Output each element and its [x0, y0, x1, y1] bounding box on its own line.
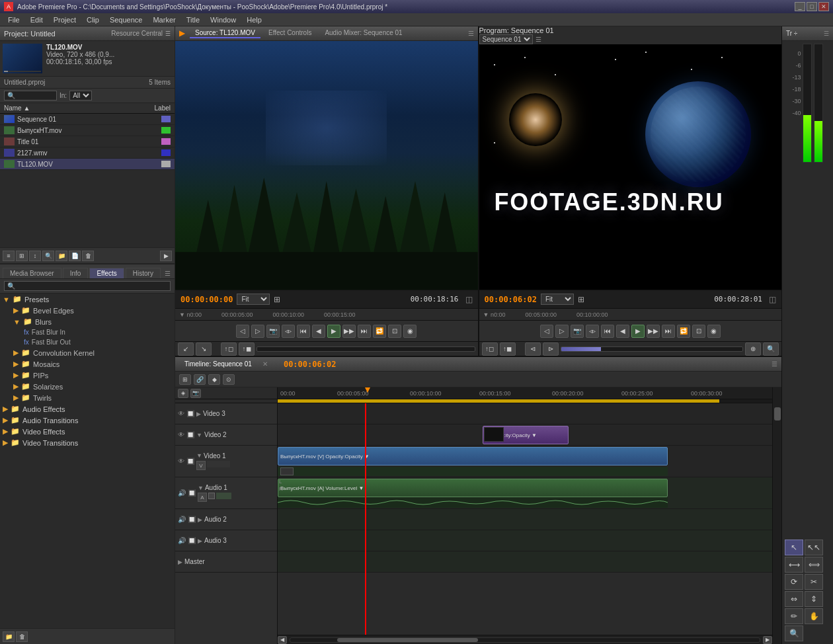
a1-sync[interactable]: A [198, 493, 207, 502]
tool-track-select[interactable]: ↖↖ [805, 540, 823, 555]
a1-expand[interactable]: ▼ [198, 485, 204, 491]
v2-expand[interactable]: ▼ [196, 432, 202, 438]
menu-title[interactable]: Title [181, 15, 205, 25]
btn-overwrite[interactable]: ↘ [196, 342, 212, 356]
tb-play[interactable]: ▶ [160, 251, 172, 261]
tool-ripple[interactable]: ⟷ [785, 557, 803, 573]
a3-lock[interactable]: 🔲 [188, 537, 196, 544]
tab-audio-mixer[interactable]: Audio Mixer: Sequence 01 [319, 28, 407, 38]
track-master-content[interactable] [278, 551, 772, 573]
btn-extract-clip[interactable]: ↑◼ [239, 342, 255, 356]
menu-edit[interactable]: Edit [25, 15, 48, 25]
btn-next-frame[interactable]: ▶▶ [342, 325, 356, 338]
tool-razor[interactable]: ✂ [805, 574, 823, 590]
prog-btn-lift[interactable]: ↑◻ [482, 342, 498, 356]
tool-select[interactable]: ↖ [785, 540, 803, 555]
minimize-btn[interactable]: _ [795, 2, 805, 11]
folder-video-transitions[interactable]: ▶ 📁 Video Transitions [0, 437, 175, 448]
close-btn[interactable]: ✕ [818, 2, 829, 11]
tb-search[interactable]: 🔍 [42, 251, 54, 261]
scroll-left-btn[interactable]: ◀ [278, 636, 287, 644]
btn-play[interactable]: ▶ [327, 325, 340, 338]
item-fast-blur-in[interactable]: fx Fast Blur In [0, 327, 175, 337]
btn-output[interactable]: ◉ [403, 325, 416, 338]
col-label-header[interactable]: Label [138, 104, 171, 112]
master-expand[interactable]: ▶ [178, 559, 182, 565]
source-progress-container[interactable] [257, 346, 475, 352]
resource-central-link[interactable]: Resource Central [111, 30, 163, 37]
in-select[interactable]: All [69, 91, 92, 101]
vscroll-thumb[interactable] [774, 407, 781, 421]
v1-expand[interactable]: ▼ [196, 452, 202, 460]
track-video1-content[interactable]: ВыпускHT.mov [V] Opacity:Opacity ▼ [278, 446, 772, 477]
tool-hand[interactable]: ✋ [805, 608, 823, 624]
program-safe-icon[interactable]: ⊞ [578, 295, 584, 304]
prog-btn-extract[interactable]: ↑◼ [500, 342, 516, 356]
tb-icon-view[interactable]: ⊞ [16, 251, 28, 261]
program-menu-btn[interactable]: ☰ [536, 36, 541, 43]
tool-slide[interactable]: ⇕ [805, 591, 823, 607]
btn-extract[interactable]: ◃▹ [282, 325, 295, 338]
tool-slip[interactable]: ⇔ [785, 591, 803, 607]
v3-lock[interactable]: 🔲 [186, 410, 194, 417]
tb-new-bin[interactable]: 📁 [56, 251, 67, 261]
prog-btn-output[interactable]: ◉ [707, 325, 721, 338]
prog-btn-next[interactable]: ▶▶ [647, 325, 660, 338]
tool-rate-stretch[interactable]: ⟳ [785, 574, 803, 590]
list-item[interactable]: ВыпускHT.mov [0, 125, 175, 136]
tab-source[interactable]: Source: TL120.MOV [190, 28, 260, 38]
project-search-input[interactable] [4, 91, 57, 101]
list-item[interactable]: Title 01 [0, 136, 175, 147]
v1-lock[interactable]: 🔲 [186, 458, 194, 465]
menu-sequence[interactable]: Sequence [104, 15, 148, 25]
btn-loop[interactable]: 🔁 [373, 325, 386, 338]
btn-mark-in[interactable]: ◁ [236, 325, 249, 338]
effects-search-input[interactable] [4, 281, 171, 291]
timeline-hscrollbar[interactable]: ◀ ▶ [278, 635, 772, 644]
v2-eye[interactable]: 👁 [178, 431, 184, 438]
track-video3-content[interactable] [278, 403, 772, 424]
h-scroll-thumb[interactable] [337, 638, 478, 642]
menu-marker[interactable]: Marker [147, 15, 180, 25]
folder-video-effects[interactable]: ▶ 📁 Video Effects [0, 426, 175, 437]
project-menu-btn[interactable]: ☰ [165, 30, 171, 37]
track-video2-content[interactable]: Title 01 :ity:Opacity ▼ [278, 424, 772, 446]
menu-window[interactable]: Window [205, 15, 241, 25]
tl-dvd-marker[interactable]: ⊙ [223, 374, 235, 385]
clip-vyp-video[interactable]: ВыпускHT.mov [V] Opacity:Opacity ▼ [278, 447, 668, 465]
folder-presets[interactable]: ▼ 📁 Presets [0, 294, 175, 305]
tab-history[interactable]: History [126, 268, 161, 278]
list-item[interactable]: 2127.wmv [0, 147, 175, 159]
tl-menu-btn[interactable]: ☰ [772, 360, 777, 368]
folder-blurs[interactable]: ▼ 📁 Blurs [0, 316, 175, 327]
tl-label-cam[interactable]: 📷 [190, 389, 201, 398]
item-fast-blur-out[interactable]: fx Fast Blur Out [0, 337, 175, 347]
folder-pips[interactable]: ▶ 📁 PIPs [0, 370, 175, 381]
v3-eye[interactable]: 👁 [178, 410, 184, 417]
tab-effect-controls[interactable]: Effect Controls [263, 28, 317, 38]
eff-tb-delete[interactable]: 🗑 [16, 631, 28, 642]
program-fit-select[interactable]: Fit [541, 294, 574, 305]
tb-delete[interactable]: 🗑 [82, 251, 94, 261]
folder-bevel-edges[interactable]: ▶ 📁 Bevel Edges [0, 305, 175, 316]
list-item[interactable]: Sequence 01 [0, 114, 175, 125]
tl-vscrollbar[interactable] [772, 387, 781, 644]
source-safe-icon[interactable]: ⊞ [274, 295, 280, 304]
tl-snap-btn[interactable]: ⊞ [179, 374, 191, 385]
program-seq-select[interactable]: Sequence 01 [479, 34, 533, 44]
tab-effects[interactable]: Effects [89, 268, 124, 278]
btn-lift[interactable]: ↑◻ [221, 342, 237, 356]
a3-expand[interactable]: ▶ [198, 538, 202, 544]
tool-pen[interactable]: ✏ [785, 608, 803, 624]
prog-btn-mark-out[interactable]: ▷ [555, 325, 569, 338]
eff-tb-new-custom-bin[interactable]: 📁 [3, 631, 15, 642]
v3-expand[interactable]: ▶ [196, 411, 201, 417]
prog-btn-trim-in[interactable]: ⊲ [525, 342, 541, 356]
source-menu-btn[interactable]: ☰ [468, 30, 474, 37]
prog-btn-zoom[interactable]: 🔍 [763, 342, 779, 356]
maximize-btn[interactable]: □ [807, 2, 817, 11]
tb-new-item[interactable]: 📄 [69, 251, 81, 261]
prog-btn-loop2[interactable]: 🔁 [677, 325, 690, 338]
btn-safe-margin[interactable]: ⊡ [388, 325, 401, 338]
tab-info[interactable]: Info [63, 268, 89, 278]
